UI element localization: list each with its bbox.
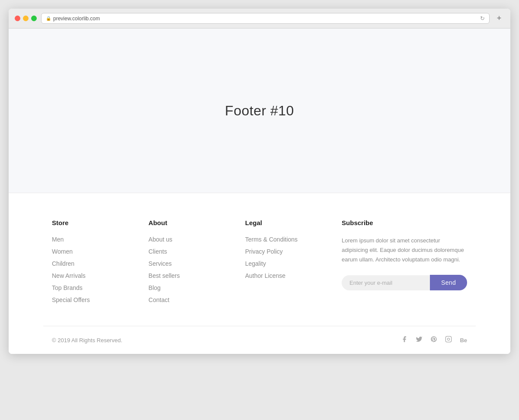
minimize-button[interactable] xyxy=(23,16,29,21)
store-link-new-arrivals[interactable]: New Arrivals xyxy=(52,272,131,279)
reload-icon[interactable]: ↻ xyxy=(480,15,485,22)
traffic-lights xyxy=(15,16,37,21)
email-input[interactable] xyxy=(342,275,430,290)
store-link-top-brands[interactable]: Top Brands xyxy=(52,284,131,291)
new-tab-button[interactable]: + xyxy=(494,13,504,24)
store-link-women[interactable]: Women xyxy=(52,248,131,255)
lock-icon: 🔒 xyxy=(46,16,51,21)
legal-link-legality[interactable]: Legality xyxy=(245,260,324,267)
browser-chrome: 🔒 preview.colorlib.com ↻ + xyxy=(9,9,510,29)
copyright-text: © 2019 All Rights Reserved. xyxy=(52,337,122,344)
close-button[interactable] xyxy=(15,16,20,21)
fullscreen-button[interactable] xyxy=(31,16,37,21)
footer-col-about: About About us Clients Services Best sel… xyxy=(148,219,227,309)
footer-col-legal: Legal Terms & Conditions Privacy Policy … xyxy=(245,219,324,309)
svg-rect-0 xyxy=(446,336,452,342)
subscribe-heading: Subscribe xyxy=(342,219,467,226)
store-link-children[interactable]: Children xyxy=(52,260,131,267)
store-link-special-offers[interactable]: Special Offers xyxy=(52,296,131,303)
footer-main: Store Men Women Children New Arrivals To… xyxy=(43,193,476,326)
footer-col-subscribe: Subscribe Lorem ipsum dolor sit amet con… xyxy=(342,219,467,309)
instagram-icon[interactable] xyxy=(445,336,452,344)
legal-link-privacy[interactable]: Privacy Policy xyxy=(245,248,324,255)
facebook-icon[interactable] xyxy=(401,336,408,344)
footer: Store Men Women Children New Arrivals To… xyxy=(9,193,510,354)
about-link-best-sellers[interactable]: Best sellers xyxy=(148,272,227,279)
footer-bottom: © 2019 All Rights Reserved. Be xyxy=(43,326,476,354)
about-link-services[interactable]: Services xyxy=(148,260,227,267)
page-title: Footer #10 xyxy=(225,103,294,119)
social-icons: Be xyxy=(401,336,467,344)
about-heading: About xyxy=(148,219,227,226)
legal-link-terms[interactable]: Terms & Conditions xyxy=(245,236,324,243)
about-link-about-us[interactable]: About us xyxy=(148,236,227,243)
browser-window: 🔒 preview.colorlib.com ↻ + Footer #10 St… xyxy=(9,9,510,354)
store-heading: Store xyxy=(52,219,131,226)
store-link-men[interactable]: Men xyxy=(52,236,131,243)
footer-col-store: Store Men Women Children New Arrivals To… xyxy=(52,219,131,309)
subscribe-description: Lorem ipsum dolor sit amet consectetur a… xyxy=(342,236,467,264)
behance-icon[interactable]: Be xyxy=(460,337,467,344)
about-link-clients[interactable]: Clients xyxy=(148,248,227,255)
about-link-blog[interactable]: Blog xyxy=(148,284,227,291)
address-bar[interactable]: 🔒 preview.colorlib.com ↻ xyxy=(41,13,490,24)
subscribe-form: Send xyxy=(342,275,467,290)
legal-heading: Legal xyxy=(245,219,324,226)
twitter-icon[interactable] xyxy=(416,336,423,344)
legal-link-author-license[interactable]: Author License xyxy=(245,272,324,279)
about-link-contact[interactable]: Contact xyxy=(148,296,227,303)
url-text: preview.colorlib.com xyxy=(53,16,100,22)
page-content: Footer #10 Store Men Women Children New … xyxy=(9,29,510,354)
pinterest-icon[interactable] xyxy=(430,336,437,344)
send-button[interactable]: Send xyxy=(430,275,467,290)
hero-section: Footer #10 xyxy=(9,29,510,193)
